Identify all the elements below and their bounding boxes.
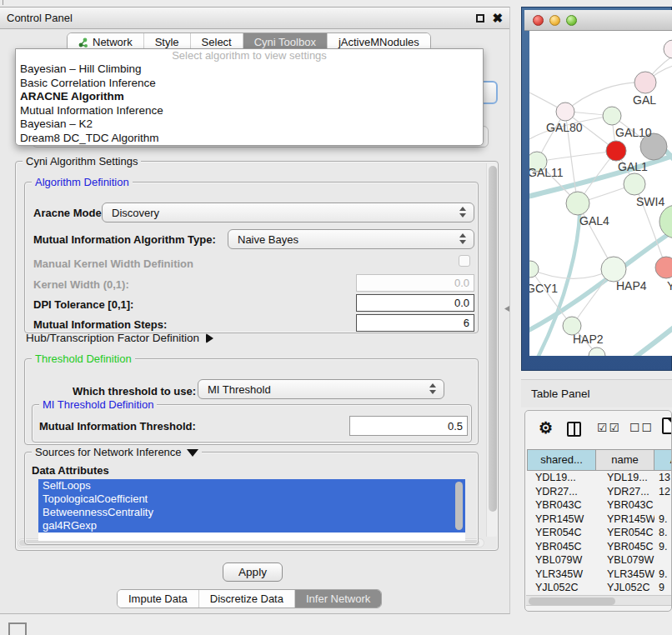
tab-infer-network[interactable]: Infer Network — [294, 590, 381, 608]
table-row[interactable]: YBL079WYBL079W — [527, 553, 672, 568]
threshold-definition-group: Threshold Definition Which threshold to … — [24, 358, 479, 445]
network-node[interactable] — [566, 192, 589, 215]
node-label: GAL1 — [618, 160, 648, 173]
table-cell: YBR045C — [596, 540, 654, 554]
algorithm-option[interactable]: Bayesian – Hill Climbing — [16, 62, 483, 77]
collapse-arrow-icon — [187, 449, 198, 457]
network-node[interactable] — [601, 257, 626, 282]
dpi-tolerance-field[interactable]: 0.0 — [356, 294, 474, 312]
table-cell: YJL052C — [596, 581, 654, 595]
deselect-all-checkboxes-icon[interactable]: ☐☐ — [629, 421, 654, 434]
network-node[interactable] — [603, 107, 621, 125]
table-row[interactable]: YDR27...YDR27...12 — [527, 485, 672, 499]
node-label: HAP4 — [616, 279, 647, 292]
table-cell — [654, 498, 672, 512]
table-row[interactable]: YER054CYER054C8. — [527, 526, 672, 540]
table-cell: YBR043C — [596, 498, 654, 512]
which-threshold-combo[interactable]: MI Threshold — [198, 379, 444, 399]
network-node[interactable] — [634, 72, 656, 93]
network-node[interactable] — [556, 102, 574, 121]
algorithm-option[interactable]: Mutual Information Inference — [16, 104, 483, 118]
network-node[interactable] — [664, 40, 672, 58]
table-cell: 9. — [654, 540, 672, 554]
algorithm-popup-items: Bayesian – Hill ClimbingBasic Correlatio… — [16, 62, 483, 145]
window-edge-tick — [3, 0, 3, 5]
network-node[interactable] — [655, 257, 672, 278]
control-panel: Control Panel ✖ NetworkStyleSelectCyni T… — [0, 7, 510, 614]
table-cell: YPR145W — [596, 512, 654, 527]
table-horizontal-scrollbar[interactable] — [526, 595, 672, 606]
table-row[interactable]: YDL19...YDL19...13 — [527, 471, 672, 485]
mi-type-combo[interactable]: Naive Bayes — [228, 229, 474, 249]
node-label: SWI4 — [636, 195, 664, 208]
minimized-panel-icon[interactable] — [8, 622, 27, 635]
export-table-icon[interactable] — [662, 418, 672, 434]
table-panel: ⚙ ☑☑ ☐☐ shared...nameAYDL19...YDL19...13… — [524, 410, 672, 612]
algorithm-option[interactable]: ARACNE Algorithm — [16, 90, 483, 104]
aracne-mode-combo[interactable]: Discovery — [102, 202, 474, 222]
list-scrollbar-thumb[interactable] — [455, 482, 463, 530]
network-node[interactable] — [624, 173, 645, 195]
tab-discretize-data[interactable]: Discretize Data — [198, 590, 294, 608]
manual-kernel-checkbox[interactable] — [459, 255, 470, 267]
algorithm-option[interactable]: Bayesian – K2 — [16, 118, 483, 132]
tab-impute-data[interactable]: Impute Data — [118, 590, 198, 608]
table-cell: 8. — [654, 526, 672, 540]
data-attribute-item[interactable]: gal4RGexp — [38, 519, 465, 532]
network-node[interactable] — [659, 205, 672, 238]
network-window-titlebar[interactable] — [524, 10, 672, 31]
network-canvas[interactable]: GALGAL80GAL10GAL1GAL11SWI4GAL4GCY1HAP4YH… — [529, 31, 672, 356]
settings-vertical-scrollbar[interactable] — [486, 163, 497, 537]
combo-arrows-icon — [459, 233, 466, 244]
sources-group-title[interactable]: Sources for Network Inference — [32, 446, 202, 458]
hub-definition-expander[interactable]: Hub/Transcription Factor Definition — [26, 332, 213, 344]
scrollbar-thumb[interactable] — [489, 166, 497, 512]
table-cell — [654, 553, 672, 568]
close-traffic-light-icon[interactable] — [533, 15, 544, 26]
data-attributes-list[interactable]: SelfLoopsTopologicalCoefficientBetweenne… — [38, 479, 465, 541]
data-attribute-item[interactable]: TopologicalCoefficient — [38, 492, 465, 506]
table-row[interactable]: YBR043CYBR043C — [527, 498, 672, 512]
table-row[interactable]: YPR145WYPR145W9. — [527, 512, 672, 527]
network-node[interactable] — [529, 261, 539, 278]
algorithm-option[interactable]: Dream8 DC_TDC Algorithm — [16, 132, 483, 146]
node-label: GCY1 — [529, 282, 558, 295]
column-header[interactable]: name — [596, 449, 654, 471]
network-view-window[interactable]: GALGAL80GAL10GAL1GAL11SWI4GAL4GCY1HAP4YH… — [521, 7, 672, 371]
network-node[interactable] — [606, 141, 626, 161]
table-row[interactable]: YJL052CYJL052C9 — [527, 581, 672, 595]
close-icon[interactable]: ✖ — [492, 11, 503, 26]
columns-icon[interactable] — [567, 422, 581, 437]
cyni-bottom-tabs: Impute DataDiscretize DataInfer Network — [117, 589, 382, 608]
table-row[interactable]: YBR045CYBR045C9. — [527, 540, 672, 554]
table-cell: YLR345W — [527, 568, 596, 582]
minimize-traffic-light-icon[interactable] — [549, 15, 560, 26]
apply-button[interactable]: Apply — [223, 562, 283, 582]
combo-arrows-icon — [429, 383, 436, 394]
select-all-checkboxes-icon[interactable]: ☑☑ — [597, 421, 621, 434]
data-attribute-item[interactable]: BetweennessCentrality — [38, 506, 465, 519]
table-cell: YBR045C — [527, 540, 596, 554]
zoom-traffic-light-icon[interactable] — [566, 15, 577, 26]
mi-steps-field[interactable]: 6 — [356, 314, 474, 332]
scrollbar-thumb[interactable] — [529, 598, 615, 605]
column-header[interactable]: shared... — [527, 449, 596, 471]
table-cell: YDL19... — [596, 471, 654, 485]
algorithm-option[interactable]: Basic Correlation Inference — [16, 77, 483, 91]
kernel-width-label: Kernel Width (0,1): — [33, 278, 129, 291]
network-node[interactable] — [589, 348, 605, 356]
table-cell: 9. — [654, 512, 672, 527]
network-edge[interactable] — [537, 151, 616, 162]
network-edge[interactable] — [628, 324, 672, 356]
data-attributes-items: SelfLoopsTopologicalCoefficientBetweenne… — [38, 479, 465, 532]
column-header[interactable]: A — [654, 449, 672, 471]
gear-icon[interactable]: ⚙ — [539, 418, 553, 438]
tab-label: Infer Network — [306, 590, 370, 608]
mi-type-label: Mutual Information Algorithm Type: — [33, 233, 216, 246]
table-cell: YER054C — [596, 526, 654, 540]
mi-threshold-field[interactable]: 0.5 — [349, 416, 468, 436]
float-window-icon[interactable] — [476, 14, 484, 22]
table-row[interactable]: YLR345WYLR345W9. — [527, 568, 672, 582]
data-attribute-item[interactable]: SelfLoops — [38, 479, 465, 492]
node-table[interactable]: shared...nameAYDL19...YDL19...13YDR27...… — [527, 449, 672, 595]
